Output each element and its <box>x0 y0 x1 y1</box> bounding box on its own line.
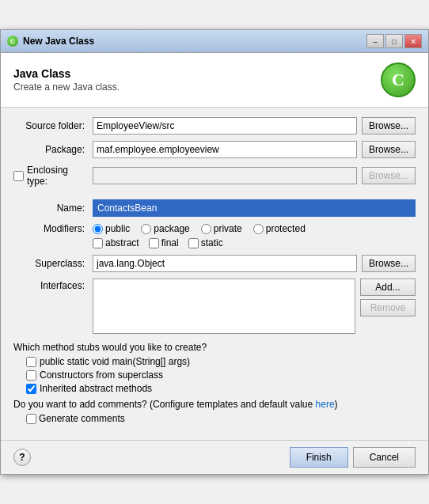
modifiers-label: Modifiers: <box>13 223 93 234</box>
comments-question-suffix: ) <box>335 399 338 410</box>
stub-inherited-checkbox[interactable] <box>26 384 36 394</box>
modifier-static[interactable]: static <box>188 237 223 248</box>
generate-comments-row: Generate comments <box>26 413 416 424</box>
stubs-section: Which method stubs would you like to cre… <box>13 342 416 394</box>
modifier-final[interactable]: final <box>149 237 179 248</box>
interfaces-row: Interfaces: Add... Remove <box>13 279 416 334</box>
source-folder-label: Source folder: <box>13 120 93 131</box>
source-folder-input[interactable] <box>93 117 357 135</box>
enclosing-type-row: Enclosing type: Browse... <box>13 165 416 187</box>
remove-interface-button: Remove <box>360 299 416 316</box>
enclosing-type-browse-button: Browse... <box>362 167 416 184</box>
java-class-icon: C <box>381 63 416 97</box>
stub-item-constructors: Constructors from superclass <box>26 369 416 381</box>
stubs-question: Which method stubs would you like to cre… <box>13 342 416 353</box>
finish-button[interactable]: Finish <box>290 447 348 468</box>
enclosing-type-checkbox[interactable] <box>13 171 24 181</box>
minimize-button[interactable]: – <box>366 34 384 48</box>
comments-question: Do you want to add comments? (Configure … <box>13 399 416 410</box>
add-interface-button[interactable]: Add... <box>360 279 416 296</box>
cancel-button[interactable]: Cancel <box>353 447 416 468</box>
title-bar: C New Java Class – □ ✕ <box>1 30 428 53</box>
enclosing-type-input <box>93 167 357 184</box>
stub-item-inherited: Inherited abstract methods <box>26 383 416 394</box>
stub-constructors-label: Constructors from superclass <box>40 369 163 381</box>
comments-question-prefix: Do you want to add comments? (Configure … <box>13 399 316 410</box>
dialog-header: Java Class Create a new Java class. C <box>1 53 428 108</box>
footer-left: ? <box>13 449 31 466</box>
dialog-body: Source folder: Browse... Package: Browse… <box>1 108 428 440</box>
modifier-abstract[interactable]: abstract <box>93 237 139 248</box>
package-row: Package: Browse... <box>13 141 416 158</box>
dialog-header-text: Java Class Create a new Java class. <box>13 67 120 93</box>
dialog-footer: ? Finish Cancel <box>1 440 428 474</box>
name-row: Name: <box>13 199 416 217</box>
modifiers-row2: abstract final static <box>93 237 416 248</box>
close-button[interactable]: ✕ <box>404 34 422 48</box>
name-input[interactable] <box>93 199 416 217</box>
stub-main-checkbox[interactable] <box>26 357 36 367</box>
dialog-title: Java Class <box>13 67 120 80</box>
superclass-input[interactable] <box>93 255 357 272</box>
generate-comments-checkbox[interactable] <box>26 414 36 424</box>
generate-comments-label: Generate comments <box>39 413 125 424</box>
superclass-label: Superclass: <box>13 258 93 269</box>
dialog-subtitle: Create a new Java class. <box>13 81 120 93</box>
stub-constructors-checkbox[interactable] <box>26 370 36 381</box>
comments-section: Do you want to add comments? (Configure … <box>13 399 416 424</box>
enclosing-type-label: Enclosing type: <box>27 165 85 187</box>
title-bar-left: C New Java Class <box>7 36 94 47</box>
modifier-protected[interactable]: protected <box>253 223 306 234</box>
package-input[interactable] <box>93 141 357 158</box>
maximize-button[interactable]: □ <box>385 34 403 48</box>
title-controls: – □ ✕ <box>366 34 422 48</box>
stub-main-label: public static void main(String[] args) <box>40 356 190 367</box>
dialog-window: C New Java Class – □ ✕ Java Class Create… <box>0 29 429 475</box>
modifier-radio-group: public package private protected <box>93 223 416 234</box>
stub-inherited-label: Inherited abstract methods <box>40 383 152 394</box>
window-title: New Java Class <box>23 36 94 47</box>
name-label: Name: <box>13 203 93 214</box>
generate-comments-item[interactable]: Generate comments <box>26 413 416 424</box>
help-button[interactable]: ? <box>13 449 31 466</box>
source-folder-row: Source folder: Browse... <box>13 117 416 135</box>
package-label: Package: <box>13 144 93 155</box>
modifiers-row1: Modifiers: public package private <box>13 223 416 234</box>
window-icon: C <box>7 36 18 47</box>
superclass-row: Superclass: Browse... <box>13 255 416 272</box>
source-folder-browse-button[interactable]: Browse... <box>362 117 416 135</box>
comments-here-link[interactable]: here <box>316 399 335 410</box>
superclass-browse-button[interactable]: Browse... <box>362 255 416 272</box>
interfaces-label: Interfaces: <box>13 279 93 291</box>
interfaces-buttons: Add... Remove <box>360 279 416 316</box>
modifier-private[interactable]: private <box>201 223 242 234</box>
modifier-public[interactable]: public <box>93 223 130 234</box>
footer-right: Finish Cancel <box>290 447 416 468</box>
package-browse-button[interactable]: Browse... <box>362 141 416 158</box>
stub-item-main: public static void main(String[] args) <box>26 356 416 367</box>
interfaces-textarea[interactable] <box>93 279 355 334</box>
modifier-package[interactable]: package <box>141 223 189 234</box>
modifiers-section: Modifiers: public package private <box>13 223 416 248</box>
